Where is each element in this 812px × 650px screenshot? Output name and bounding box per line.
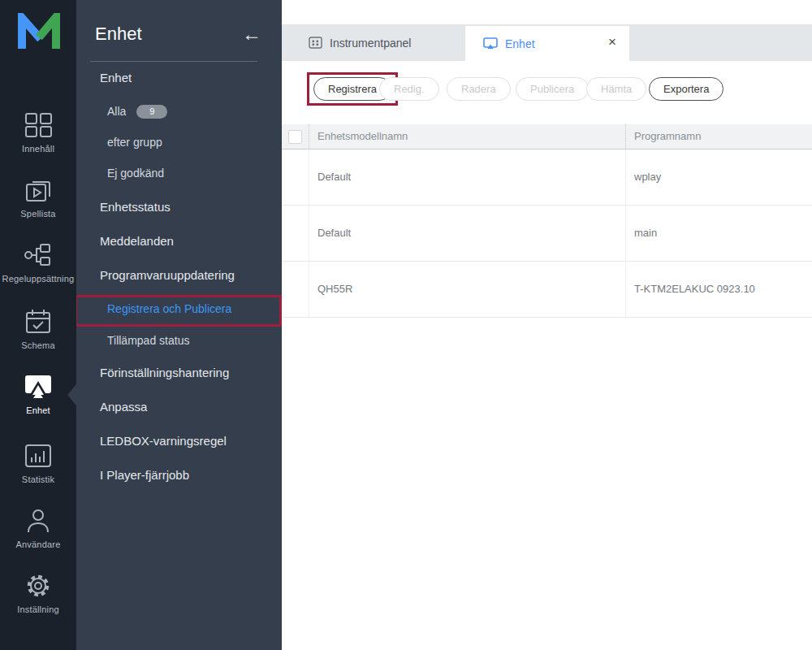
select-all-checkbox[interactable] bbox=[288, 130, 302, 144]
sidebar-item-ledbox-varningsregel[interactable]: LEDBOX-varningsregel bbox=[100, 434, 227, 448]
redigera-button[interactable]: Redig. bbox=[379, 77, 439, 101]
tab-enhet-active[interactable]: Enhet × bbox=[465, 26, 629, 61]
rail-item-label: Statistik bbox=[0, 474, 76, 484]
tab-bar: Instrumentpanel Enhet × bbox=[282, 24, 812, 61]
rail-item-device[interactable]: Enhet bbox=[0, 374, 76, 415]
count-badge: 9 bbox=[136, 105, 167, 119]
sidebar-item-forinstallningshantering[interactable]: Förinställningshantering bbox=[100, 366, 229, 379]
sidebar-item-programvaruuppdatering[interactable]: Programvaruuppdatering bbox=[100, 268, 235, 282]
rail-item-label: Innehåll bbox=[0, 144, 76, 154]
sidebar-item-enhet[interactable]: Enhet bbox=[100, 71, 132, 84]
sidebar-item-anpassa[interactable]: Anpassa bbox=[100, 400, 147, 414]
ruleset-icon bbox=[24, 242, 53, 268]
schedule-icon bbox=[24, 309, 53, 335]
sidebar-item-meddelanden[interactable]: Meddelanden bbox=[100, 234, 174, 248]
sidebar-item-alla[interactable]: Alla9 bbox=[107, 105, 167, 119]
device-icon bbox=[24, 374, 53, 400]
rail-item-statistics[interactable]: Statistik bbox=[0, 443, 76, 484]
sidebar-item-efter-grupp[interactable]: efter grupp bbox=[107, 136, 162, 149]
table-row[interactable]: Default main bbox=[282, 206, 812, 262]
table-row[interactable]: QH55R T-KTM2ELAKUC 0923.10 bbox=[282, 262, 812, 318]
sidebar-item-tillampad-status[interactable]: Tillämpad status bbox=[107, 334, 189, 347]
cell-programnamn: wplay bbox=[625, 150, 812, 205]
rail-item-ruleset[interactable]: Regeluppsättning bbox=[0, 242, 76, 284]
rail-item-label: Enhet bbox=[0, 405, 76, 415]
content-grid-icon bbox=[24, 112, 53, 138]
column-header-enhetsmodellnamn[interactable]: Enhetsmodellnamn bbox=[309, 124, 625, 149]
tab-label: Instrumentpanel bbox=[330, 37, 411, 50]
sidebar-item-ej-godkand[interactable]: Ej godkänd bbox=[107, 167, 164, 180]
rail-item-users[interactable]: Användare bbox=[0, 508, 76, 549]
cell-enhetsmodellnamn: QH55R bbox=[309, 262, 625, 317]
rail-item-label: Schema bbox=[0, 340, 76, 350]
collapse-sidebar-icon[interactable]: ← bbox=[242, 24, 261, 44]
selected-item-notch bbox=[67, 384, 76, 405]
tab-instrumentpanel[interactable]: Instrumentpanel bbox=[309, 24, 411, 61]
annotation-box-sidebar bbox=[75, 295, 282, 327]
cell-enhetsmodellnamn: Default bbox=[309, 206, 625, 261]
rail-item-content[interactable]: Innehåll bbox=[0, 112, 76, 154]
magicinfo-logo[interactable] bbox=[17, 13, 61, 50]
cell-enhetsmodellnamn: Default bbox=[309, 150, 625, 205]
statistics-icon bbox=[24, 443, 53, 469]
sidebar-item-iplayer-fjarrjobb[interactable]: I Player-fjärrjobb bbox=[100, 468, 189, 482]
rail-item-settings[interactable]: Inställning bbox=[0, 573, 76, 614]
sidebar-divider bbox=[90, 61, 257, 62]
rail-item-schedule[interactable]: Schema bbox=[0, 309, 76, 350]
close-icon[interactable]: × bbox=[608, 34, 616, 50]
app-rail: Innehåll Spellista Regeluppsättning bbox=[0, 0, 76, 650]
rail-item-playlist[interactable]: Spellista bbox=[0, 177, 76, 219]
row-checkbox-cell bbox=[282, 262, 309, 317]
tab-label: Enhet bbox=[505, 37, 535, 50]
device-table: Enhetsmodellnamn Programnamn Default wpl… bbox=[282, 124, 812, 318]
table-row[interactable]: Default wplay bbox=[282, 150, 812, 206]
rail-item-label: Användare bbox=[0, 540, 76, 549]
sidebar-item-label: Alla bbox=[107, 105, 126, 118]
sidebar-title: Enhet bbox=[95, 24, 142, 45]
sidebar-item-enhetsstatus[interactable]: Enhetsstatus bbox=[100, 200, 171, 214]
device-sidebar: Enhet ← Enhet Alla9 efter grupp Ej godkä… bbox=[76, 0, 282, 650]
rail-item-label: Inställning bbox=[0, 604, 76, 614]
column-header-programnamn[interactable]: Programnamn bbox=[625, 124, 812, 149]
rail-item-label: Spellista bbox=[0, 209, 76, 219]
user-icon bbox=[24, 508, 53, 534]
hamta-button[interactable]: Hämta bbox=[586, 77, 646, 101]
radera-button[interactable]: Radera bbox=[447, 77, 511, 101]
header-checkbox-cell bbox=[282, 124, 309, 149]
exportera-button[interactable]: Exportera bbox=[649, 77, 723, 101]
device-icon bbox=[483, 37, 498, 50]
rail-item-label: Regeluppsättning bbox=[0, 274, 76, 284]
publicera-button[interactable]: Publicera bbox=[516, 77, 589, 101]
playlist-icon bbox=[24, 177, 53, 203]
row-checkbox-cell bbox=[282, 206, 309, 261]
dashboard-icon bbox=[309, 37, 322, 49]
main-content: Instrumentpanel Enhet × Registrera Redig… bbox=[282, 0, 812, 650]
table-header-row: Enhetsmodellnamn Programnamn bbox=[282, 124, 812, 150]
cell-programnamn: main bbox=[625, 206, 812, 261]
row-checkbox-cell bbox=[282, 150, 309, 205]
settings-icon bbox=[24, 573, 53, 599]
cell-programnamn: T-KTM2ELAKUC 0923.10 bbox=[625, 262, 812, 317]
